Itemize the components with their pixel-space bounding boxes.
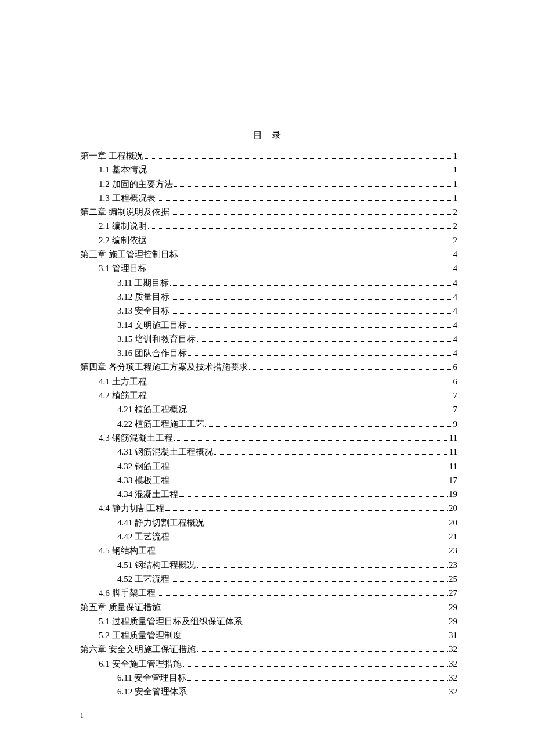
- toc-page-number: 32: [449, 642, 457, 656]
- toc-entry[interactable]: 3.14 文明施工目标4: [80, 318, 457, 332]
- toc-label: 4.2 植筋工程: [99, 388, 147, 402]
- toc-entry[interactable]: 5.2 工程质量管理制度31: [80, 628, 457, 642]
- toc-leader-dots: [171, 469, 448, 469]
- toc-entry[interactable]: 4.51 钢结构工程概况23: [80, 558, 457, 572]
- toc-leader-dots: [171, 299, 452, 300]
- toc-entry[interactable]: 4.1 土方工程6: [80, 375, 457, 388]
- toc-entry[interactable]: 4.21 植筋工程概况7: [80, 402, 457, 416]
- toc-leader-dots: [148, 384, 452, 384]
- toc-label: 4.1 土方工程: [99, 375, 147, 388]
- toc-entry[interactable]: 3.15 培训和教育目标4: [80, 332, 457, 346]
- toc-label: 4.6 脚手架工程: [99, 586, 156, 600]
- toc-entry[interactable]: 2.1 编制说明2: [80, 219, 457, 233]
- toc-label: 4.42 工艺流程: [117, 530, 169, 543]
- toc-entry[interactable]: 第四章 各分项工程施工方案及技术措施要求6: [80, 360, 457, 374]
- toc-leader-dots: [148, 271, 452, 271]
- toc-page-number: 4: [453, 247, 458, 261]
- toc-leader-dots: [249, 369, 452, 370]
- toc-page-number: 2: [453, 233, 458, 247]
- toc-leader-dots: [148, 398, 452, 398]
- toc-entry[interactable]: 5.1 过程质量管理目标及组织保证体系29: [80, 614, 457, 628]
- toc-entry[interactable]: 4.2 植筋工程7: [80, 388, 457, 402]
- toc-label: 6.11 安全管理目标: [117, 671, 186, 685]
- toc-page-number: 11: [449, 445, 457, 459]
- toc-label: 3.14 文明施工目标: [117, 318, 187, 332]
- toc-label: 3.15 培训和教育目标: [117, 332, 196, 346]
- toc-entry[interactable]: 1.2 加固的主要方法1: [80, 177, 457, 191]
- toc-page-number: 1: [453, 149, 458, 163]
- document-page: 目 录 第一章 工程概况11.1 基本情况11.2 加固的主要方法11.3 工程…: [0, 0, 534, 699]
- toc-entry[interactable]: 4.52 工艺流程25: [80, 572, 457, 586]
- toc-entry[interactable]: 1.1 基本情况1: [80, 163, 457, 177]
- toc-entry[interactable]: 3.16 团队合作目标4: [80, 346, 457, 360]
- toc-label: 第六章 安全文明施工保证措施: [80, 642, 196, 656]
- toc-label: 4.34 混凝土工程: [117, 487, 178, 501]
- toc-page-number: 1: [453, 177, 458, 191]
- toc-entry[interactable]: 3.11 工期目标4: [80, 276, 457, 290]
- toc-label: 第二章 编制说明及依据: [80, 205, 169, 219]
- toc-entry[interactable]: 4.41 静力切割工程概况20: [80, 516, 457, 530]
- toc-label: 5.1 过程质量管理目标及组织保证体系: [99, 614, 243, 628]
- toc-label: 第五章 质量保证措施: [80, 600, 161, 614]
- toc-leader-dots: [157, 595, 448, 596]
- toc-label: 4.21 植筋工程概况: [117, 402, 187, 416]
- toc-page-number: 4: [453, 261, 458, 275]
- toc-entry[interactable]: 4.5 钢结构工程23: [80, 543, 457, 557]
- toc-page-number: 23: [449, 543, 457, 557]
- toc-entry[interactable]: 第六章 安全文明施工保证措施32: [80, 642, 457, 656]
- toc-leader-dots: [148, 172, 452, 172]
- toc-leader-dots: [188, 355, 452, 356]
- toc-entry[interactable]: 第一章 工程概况1: [80, 149, 457, 163]
- toc-entry[interactable]: 3.1 管理目标4: [80, 261, 457, 275]
- toc-leader-dots: [174, 186, 452, 187]
- toc-page-number: 17: [449, 473, 457, 487]
- toc-entry[interactable]: 4.22 植筋工程施工工艺9: [80, 417, 457, 431]
- toc-label: 4.32 钢筋工程: [117, 459, 169, 473]
- toc-entry[interactable]: 2.2 编制依据2: [80, 233, 457, 247]
- toc-page-number: 6: [453, 375, 458, 388]
- toc-entry[interactable]: 1.3 工程概况表1: [80, 191, 457, 205]
- toc-label: 2.2 编制依据: [99, 233, 147, 247]
- toc-entry[interactable]: 4.4 静力切割工程20: [80, 501, 457, 515]
- toc-entry[interactable]: 4.34 混凝土工程19: [80, 487, 457, 501]
- toc-label: 4.3 钢筋混凝土工程: [99, 431, 173, 445]
- toc-label: 1.3 工程概况表: [99, 191, 156, 205]
- toc-leader-dots: [183, 666, 448, 667]
- toc-entry[interactable]: 3.13 安全目标4: [80, 304, 457, 318]
- toc-label: 5.2 工程质量管理制度: [99, 628, 182, 642]
- toc-page-number: 32: [449, 657, 457, 671]
- toc-leader-dots: [145, 158, 452, 159]
- toc-entry[interactable]: 第三章 施工管理控制目标4: [80, 247, 457, 261]
- toc-page-number: 25: [449, 572, 457, 586]
- toc-page-number: 4: [453, 346, 458, 360]
- toc-entry[interactable]: 3.12 质量目标4: [80, 290, 457, 304]
- toc-entry[interactable]: 4.6 脚手架工程27: [80, 586, 457, 600]
- toc-leader-dots: [171, 483, 448, 483]
- toc-page-number: 31: [449, 628, 457, 642]
- toc-entry[interactable]: 4.31 钢筋混凝土工程概况11: [80, 445, 457, 459]
- toc-leader-dots: [157, 553, 448, 553]
- toc-label: 第一章 工程概况: [80, 149, 143, 163]
- toc-label: 3.11 工期目标: [117, 276, 169, 290]
- toc-label: 4.22 植筋工程施工工艺: [117, 417, 204, 431]
- toc-label: 3.1 管理目标: [99, 261, 147, 275]
- toc-label: 4.5 钢结构工程: [99, 543, 156, 557]
- toc-page-number: 21: [449, 530, 457, 543]
- toc-page-number: 19: [449, 487, 457, 501]
- toc-entry[interactable]: 6.12 安全管理体系32: [80, 685, 457, 699]
- toc-entry[interactable]: 4.3 钢筋混凝土工程11: [80, 431, 457, 445]
- toc-entry[interactable]: 6.1 安全施工管理措施32: [80, 657, 457, 671]
- toc-page-number: 4: [453, 332, 458, 346]
- toc-leader-dots: [179, 257, 452, 257]
- toc-entry[interactable]: 第五章 质量保证措施29: [80, 600, 457, 614]
- toc-label: 1.1 基本情况: [99, 163, 147, 177]
- page-number: 1: [80, 711, 84, 720]
- toc-entry[interactable]: 4.32 钢筋工程11: [80, 459, 457, 473]
- toc-entry[interactable]: 4.42 工艺流程21: [80, 530, 457, 543]
- toc-entry[interactable]: 第二章 编制说明及依据2: [80, 205, 457, 219]
- toc-entry[interactable]: 6.11 安全管理目标32: [80, 671, 457, 685]
- toc-leader-dots: [205, 426, 452, 427]
- toc-label: 4.33 模板工程: [117, 473, 169, 487]
- toc-label: 1.2 加固的主要方法: [99, 177, 173, 191]
- toc-entry[interactable]: 4.33 模板工程17: [80, 473, 457, 487]
